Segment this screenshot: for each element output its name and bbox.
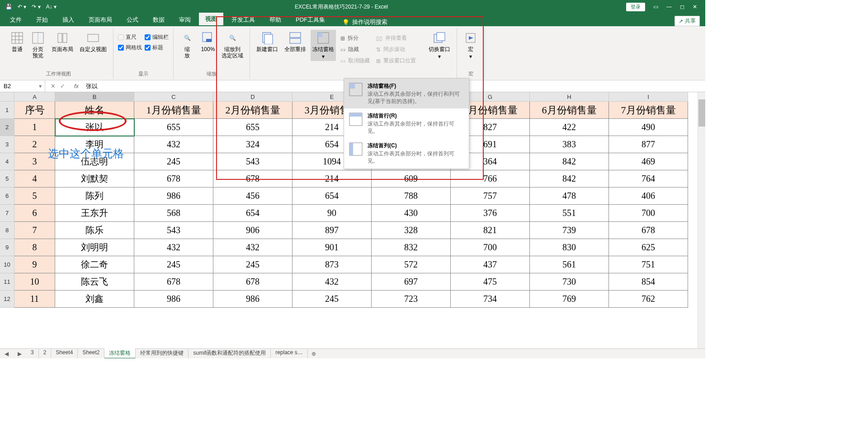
cell[interactable]: 245 (292, 291, 372, 308)
column-header[interactable]: A (14, 92, 55, 102)
sheet-nav-prev[interactable]: ◀ (0, 351, 13, 357)
fx-icon[interactable]: fx (71, 83, 82, 89)
sheet-tab[interactable]: 冻结窗格 (104, 348, 136, 358)
tab-dev[interactable]: 开发工具 (225, 14, 261, 26)
freeze-top-row-item[interactable]: 冻结首行(R)滚动工作表其余部分时，保持首行可见。 (344, 108, 469, 138)
cell[interactable]: 刘鑫 (55, 291, 134, 308)
zoom-selection-button[interactable]: 🔍缩放到 选定区域 (220, 30, 245, 60)
header-cell[interactable]: 姓名 (55, 102, 134, 119)
cell[interactable]: 422 (530, 119, 609, 136)
sheet-tab[interactable]: Sheet4 (51, 348, 78, 358)
cell[interactable]: 678 (609, 222, 688, 239)
column-header[interactable]: D (213, 92, 292, 102)
cell[interactable]: 王东升 (55, 205, 134, 222)
cell[interactable]: 654 (292, 188, 372, 205)
login-button[interactable]: 登录 (626, 3, 645, 11)
tab-data[interactable]: 数据 (146, 14, 171, 26)
ribbon-display-icon[interactable]: ▭ (653, 4, 658, 10)
confirm-icon[interactable]: ✓ (60, 83, 65, 89)
cell[interactable]: 700 (451, 239, 530, 256)
row-header[interactable]: 7 (0, 205, 14, 222)
cell[interactable]: 刘默契 (55, 170, 134, 188)
tab-file[interactable]: 文件 (4, 14, 28, 26)
cell[interactable]: 561 (530, 256, 609, 273)
gridlines-checkbox[interactable]: 网格线 (118, 44, 142, 52)
row-header[interactable]: 1 (0, 102, 14, 119)
zoom-button[interactable]: 🔍缩 放 (178, 30, 196, 60)
sheet-nav-next[interactable]: ▶ (13, 351, 26, 357)
cell[interactable]: 214 (292, 170, 372, 188)
cell[interactable]: 901 (292, 239, 372, 256)
row-header[interactable]: 11 (0, 273, 14, 291)
normal-view-button[interactable]: 普通 (8, 30, 26, 53)
cell[interactable]: 430 (372, 205, 451, 222)
sheet-tab[interactable]: 3 (26, 348, 39, 358)
freeze-panes-item[interactable]: 冻结窗格(F)滚动工作表其余部分时，保持行和列可见(基于当前的选择)。 (344, 79, 469, 108)
macros-button[interactable]: 宏▾ (462, 30, 480, 61)
sheet-tab[interactable]: 2 (39, 348, 52, 358)
tab-review[interactable]: 审阅 (173, 14, 197, 26)
header-cell[interactable]: 序号 (14, 102, 55, 119)
cell[interactable]: 456 (213, 188, 292, 205)
tab-formulas[interactable]: 公式 (120, 14, 145, 26)
header-cell[interactable]: 2月份销售量 (213, 102, 292, 119)
cell[interactable]: 678 (213, 273, 292, 291)
cell[interactable]: 655 (213, 119, 292, 136)
cell[interactable]: 432 (213, 239, 292, 256)
cell[interactable]: 刘明明 (55, 239, 134, 256)
cell[interactable]: 734 (451, 291, 530, 308)
cell[interactable]: 897 (292, 222, 372, 239)
cell[interactable]: 437 (451, 256, 530, 273)
close-icon[interactable]: ✕ (693, 4, 697, 10)
freeze-panes-button[interactable]: 冻结窗格▾ (311, 30, 336, 61)
row-header[interactable]: 2 (0, 119, 14, 136)
cell[interactable]: 478 (530, 188, 609, 205)
formulabar-checkbox[interactable]: 编辑栏 (145, 33, 169, 41)
column-header[interactable]: I (609, 92, 688, 102)
cell[interactable]: 245 (134, 256, 213, 273)
scrollbar-thumb[interactable] (698, 99, 705, 127)
sheet-tab[interactable]: replace s… (271, 348, 308, 358)
headings-checkbox[interactable]: 标题 (145, 44, 169, 52)
cell[interactable]: 8 (14, 239, 55, 256)
row-header[interactable]: 9 (0, 239, 14, 256)
select-all-corner[interactable] (0, 92, 14, 102)
cell[interactable]: 739 (530, 222, 609, 239)
pagelayout-view-button[interactable]: 页面布局 (50, 30, 75, 53)
zoom-100-button[interactable]: 100% (199, 30, 217, 53)
cell[interactable]: 90 (292, 205, 372, 222)
cell[interactable]: 383 (530, 136, 609, 153)
cell[interactable]: 832 (372, 239, 451, 256)
tab-pdf[interactable]: PDF工具集 (289, 14, 331, 26)
sheet-tab[interactable]: Sheet2 (78, 348, 104, 358)
cell[interactable]: 873 (292, 256, 372, 273)
arrange-all-button[interactable]: 全部重排 (283, 30, 308, 53)
sheet-tab[interactable]: sumif函数和通配符的搭配使用 (189, 348, 271, 358)
cell[interactable]: 700 (609, 205, 688, 222)
cell[interactable]: 762 (609, 291, 688, 308)
cell[interactable]: 751 (609, 256, 688, 273)
cell[interactable]: 730 (530, 273, 609, 291)
cell[interactable]: 543 (134, 222, 213, 239)
ruler-checkbox[interactable]: 直尺 (118, 33, 142, 41)
cell[interactable]: 678 (134, 273, 213, 291)
cell[interactable]: 5 (14, 188, 55, 205)
cell[interactable]: 张以 (55, 119, 134, 136)
cell[interactable]: 830 (530, 239, 609, 256)
custom-view-button[interactable]: 自定义视图 (78, 30, 108, 53)
cell[interactable]: 986 (134, 291, 213, 308)
cell[interactable]: 788 (372, 188, 451, 205)
header-cell[interactable]: 6月份销售量 (530, 102, 609, 119)
cell[interactable]: 906 (213, 222, 292, 239)
cell[interactable]: 986 (213, 291, 292, 308)
tab-insert[interactable]: 插入 (56, 14, 80, 26)
cell[interactable]: 432 (134, 239, 213, 256)
cell[interactable]: 324 (213, 136, 292, 153)
tell-me-search[interactable]: 💡 操作说明搜索 (342, 18, 387, 26)
redo-icon[interactable]: ↷ ▾ (32, 4, 40, 10)
freeze-first-col-item[interactable]: 冻结首列(C)滚动工作表其余部分时，保持首列可见。 (344, 138, 469, 168)
cell[interactable]: 245 (134, 153, 213, 170)
cell[interactable]: 697 (372, 273, 451, 291)
tab-view[interactable]: 视图 (199, 13, 223, 26)
minimize-icon[interactable]: — (666, 4, 672, 10)
